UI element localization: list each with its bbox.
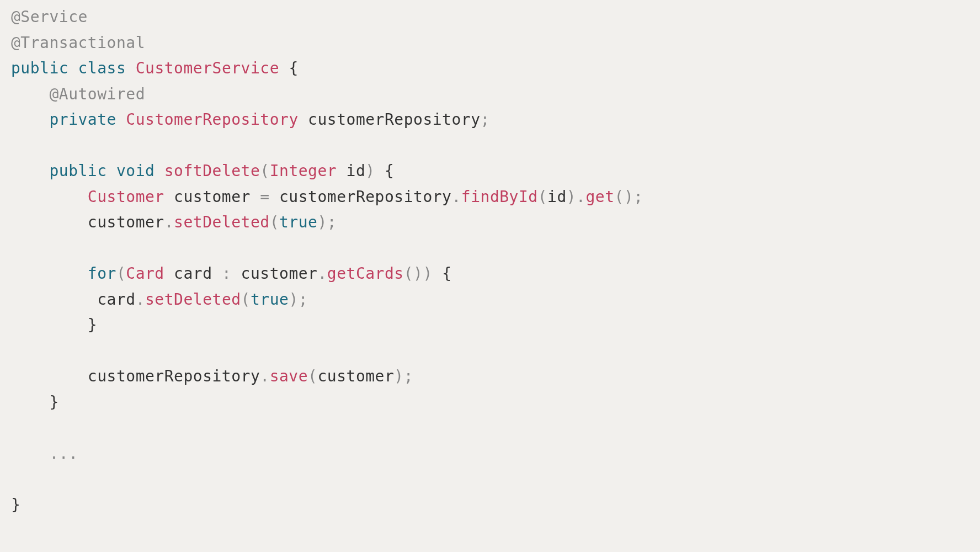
code-block: @Service @Transactional public class Cus… [0, 0, 980, 522]
code-token: () [404, 264, 423, 283]
code-line: } [11, 393, 59, 411]
code-token: ; [299, 290, 308, 309]
code-line: for(Card card : customer.getCards()) { [11, 264, 451, 283]
code-token: ; [481, 110, 490, 129]
code-token: { [289, 59, 298, 77]
code-line: Customer customer = customerRepository.f… [11, 188, 643, 206]
code-token: customer [317, 367, 394, 385]
code-token: get [585, 188, 614, 206]
code-token: . [576, 188, 585, 206]
code-token: CustomerRepository [126, 110, 298, 129]
code-token: ) [289, 290, 298, 309]
code-token: ) [365, 162, 375, 180]
code-token: customer [241, 264, 318, 283]
code-token: Customer [88, 188, 164, 206]
code-token: @Transactional [11, 34, 145, 52]
code-token: save [270, 367, 308, 385]
code-line: public class CustomerService { [11, 59, 299, 77]
code-token: ( [116, 264, 126, 283]
code-token: card [97, 290, 135, 309]
code-line: public void softDelete(Integer id) { [11, 162, 394, 180]
code-token: customer [88, 213, 164, 231]
code-line: @Service [11, 8, 88, 26]
code-token: ( [308, 367, 317, 385]
code-token: . [317, 264, 327, 283]
code-line: } [11, 316, 97, 334]
code-token: customerRepository [88, 367, 260, 385]
code-token: @Autowired [49, 85, 145, 103]
code-token: customerRepository [308, 110, 480, 129]
code-line: } [11, 496, 20, 514]
code-token: ( [270, 213, 279, 231]
code-token: Integer [270, 162, 337, 180]
code-token: : [222, 264, 231, 283]
code-token: . [451, 188, 461, 206]
code-token: Card [126, 264, 164, 283]
code-token: ) [423, 264, 432, 283]
code-token: ; [633, 188, 643, 206]
code-token: true [279, 213, 317, 231]
code-token: } [88, 316, 97, 334]
code-token: setDeleted [145, 290, 241, 309]
code-token: ( [241, 290, 251, 309]
code-token: ) [317, 213, 327, 231]
code-token: private [49, 110, 116, 129]
code-token: () [615, 188, 634, 206]
code-token: void [116, 162, 155, 180]
code-token: ( [260, 162, 269, 180]
code-token: ( [538, 188, 547, 206]
code-line: ... [11, 444, 78, 463]
code-line: private CustomerRepository customerRepos… [11, 110, 490, 129]
code-token: card [174, 264, 212, 283]
code-token: customer [174, 188, 251, 206]
code-token: id [547, 188, 567, 206]
code-token: ; [404, 367, 413, 385]
code-token: customerRepository [279, 188, 451, 206]
code-token: ) [567, 188, 576, 206]
code-token: id [347, 162, 366, 180]
code-token: ) [394, 367, 403, 385]
code-token: { [442, 264, 451, 283]
code-token: ... [49, 444, 78, 463]
code-token: softDelete [164, 162, 260, 180]
code-token: . [136, 290, 145, 309]
code-token: CustomerService [136, 59, 279, 77]
code-token: public [49, 162, 106, 180]
code-line: customer.setDeleted(true); [11, 213, 337, 231]
code-token: setDeleted [174, 213, 270, 231]
code-token: . [164, 213, 174, 231]
code-token: class [78, 59, 126, 77]
code-token: } [49, 393, 58, 411]
code-token: } [11, 496, 20, 514]
code-line: customerRepository.save(customer); [11, 367, 413, 385]
code-line: @Autowired [11, 85, 145, 103]
code-token: public [11, 59, 68, 77]
code-token: ; [327, 213, 337, 231]
code-token: getCards [327, 264, 404, 283]
code-token: for [88, 264, 116, 283]
code-line: card.setDeleted(true); [11, 290, 308, 309]
code-token: . [260, 367, 269, 385]
code-token: findById [461, 188, 538, 206]
code-token: { [385, 162, 394, 180]
code-token: = [260, 188, 269, 206]
code-token: @Service [11, 8, 88, 26]
code-line: @Transactional [11, 34, 145, 52]
code-token: true [251, 290, 289, 309]
